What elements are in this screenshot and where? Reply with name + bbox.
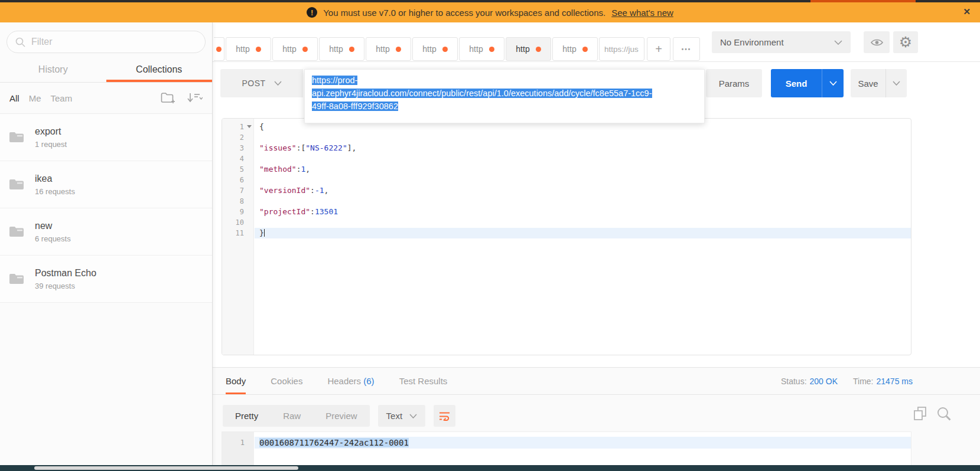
folder-icon <box>9 131 24 143</box>
unsaved-dot-icon <box>489 47 494 52</box>
unsaved-dot-icon <box>582 47 588 52</box>
tab-options-button[interactable]: ••• <box>673 37 700 61</box>
request-tab[interactable]: http <box>412 37 458 61</box>
request-tab[interactable]: http <box>552 37 598 61</box>
time-badge: Time:21475 ms <box>853 377 913 386</box>
main-panel: http http http http http http http http … <box>213 22 980 465</box>
wrap-lines-button[interactable] <box>434 405 455 427</box>
request-tab[interactable]: http <box>226 37 271 61</box>
filter-input[interactable] <box>31 37 197 47</box>
collection-count: 16 requests <box>35 187 75 196</box>
save-options-button[interactable] <box>885 69 907 97</box>
method-selector[interactable]: POST <box>220 69 303 97</box>
save-button[interactable]: Save <box>851 69 885 97</box>
horizontal-scrollbar-thumb[interactable] <box>34 466 298 470</box>
window-top-edge <box>0 0 980 2</box>
scope-team[interactable]: Team <box>51 93 73 103</box>
code-line <box>255 196 911 207</box>
collection-item-new[interactable]: new 6 requests <box>0 208 212 256</box>
collection-name: new <box>35 221 71 231</box>
eye-icon <box>871 38 883 47</box>
params-button[interactable]: Params <box>706 69 762 97</box>
tab-collections[interactable]: Collections <box>106 57 213 82</box>
unsaved-dot-icon <box>536 47 541 52</box>
collection-name: export <box>35 126 67 137</box>
collection-count: 39 requests <box>35 282 96 290</box>
url-line: api.zephyr4jiracloud.com/connect/public/… <box>312 89 652 98</box>
banner-message: You must use v7.0 or higher to access yo… <box>323 8 605 18</box>
settings-button[interactable]: ⚙ <box>893 31 918 53</box>
sidebar-tabs: History Collections <box>0 57 212 83</box>
request-tab[interactable]: http <box>272 37 318 61</box>
warning-icon: ! <box>307 7 317 18</box>
search-response-button[interactable] <box>937 407 951 421</box>
editor-code[interactable]: { "issues":["NS-6222"], "method":1, "ver… <box>255 122 911 238</box>
word-wrap-icon <box>439 411 450 421</box>
send-button[interactable]: Send <box>771 69 822 97</box>
view-mode-segment: Pretty Raw Preview <box>223 405 370 427</box>
unsaved-dot-icon <box>216 47 222 52</box>
method-value: POST <box>242 78 265 88</box>
code-line: "issues":["NS-6222"], <box>255 143 911 153</box>
collection-name: Postman Echo <box>35 268 96 279</box>
editor-gutter: 1 2 3 4 5 6 7 8 9 10 11 <box>222 119 254 355</box>
new-folder-icon[interactable] <box>161 92 175 104</box>
code-line <box>255 175 911 185</box>
collection-count: 6 requests <box>35 234 71 243</box>
environment-preview-button[interactable] <box>864 31 890 53</box>
response-panel: Body Cookies Headers (6) Test Results St… <box>213 367 980 465</box>
collection-item-postman-echo[interactable]: Postman Echo 39 requests <box>0 256 212 303</box>
response-tab-body[interactable]: Body <box>226 368 246 394</box>
fold-caret-icon[interactable] <box>247 125 252 130</box>
chevron-down-icon <box>829 81 837 86</box>
url-input-dropdown[interactable]: https://prod- api.zephyr4jiracloud.com/c… <box>304 69 705 123</box>
format-selector[interactable]: Text <box>378 405 426 427</box>
banner-close-icon[interactable]: ✕ <box>963 6 971 17</box>
scope-me[interactable]: Me <box>29 93 41 103</box>
collection-item-export[interactable]: export 1 request <box>0 114 212 161</box>
response-tab-cookies[interactable]: Cookies <box>271 368 302 394</box>
request-tab-partial[interactable] <box>214 37 224 61</box>
request-tab[interactable]: http <box>366 37 411 61</box>
send-options-button[interactable] <box>822 69 844 97</box>
window-top-accent <box>810 0 916 2</box>
collections-list: export 1 request ikea 16 requests new 6 … <box>0 113 212 303</box>
request-tab-active[interactable]: http <box>506 37 551 61</box>
chevron-down-icon <box>893 81 900 86</box>
scope-all[interactable]: All <box>9 93 19 103</box>
copy-response-button[interactable] <box>914 407 927 421</box>
view-preview[interactable]: Preview <box>313 405 369 427</box>
request-tab[interactable]: http <box>459 37 504 61</box>
gear-icon: ⚙ <box>899 35 912 50</box>
unsaved-dot-icon <box>349 47 354 52</box>
new-tab-button[interactable]: + <box>647 37 670 61</box>
status-badge: Status:200 OK <box>781 377 838 386</box>
request-tab[interactable]: http <box>319 37 364 61</box>
view-pretty[interactable]: Pretty <box>223 405 271 427</box>
postman-app: ! You must use v7.0 or higher to access … <box>0 0 980 471</box>
request-tab[interactable]: https://jus <box>599 37 644 61</box>
environment-selector[interactable]: No Environment <box>712 31 851 53</box>
view-raw[interactable]: Raw <box>271 405 313 427</box>
folder-icon <box>9 225 24 238</box>
copy-icon <box>914 407 927 421</box>
sort-icon[interactable] <box>187 93 203 103</box>
response-status-bar: Status:200 OK Time:21475 ms <box>781 368 913 395</box>
response-gutter: 1 <box>222 432 254 465</box>
collection-count: 1 request <box>35 140 67 149</box>
see-whats-new-link[interactable]: See what's new <box>611 8 673 18</box>
response-tab-headers[interactable]: Headers (6) <box>327 368 374 394</box>
response-body-viewer[interactable]: 1 0001608711762447-242ac112-0001 <box>222 431 911 465</box>
response-selected-text: 0001608711762447-242ac112-0001 <box>259 438 409 447</box>
code-line-active: } <box>255 228 911 238</box>
code-line: "projectId":13501 <box>255 207 911 217</box>
unsaved-dot-icon <box>256 47 261 52</box>
request-body-editor[interactable]: 1 2 3 4 5 6 7 8 9 10 11 { "issues":["NS-… <box>222 118 911 355</box>
chevron-down-icon <box>834 40 842 45</box>
format-value: Text <box>386 411 403 421</box>
tab-history[interactable]: History <box>0 57 106 82</box>
response-tab-test-results[interactable]: Test Results <box>399 368 448 394</box>
filter-search-box[interactable] <box>6 31 206 53</box>
collection-item-ikea[interactable]: ikea 16 requests <box>0 161 212 208</box>
response-line: 0001608711762447-242ac112-0001 <box>255 437 911 449</box>
